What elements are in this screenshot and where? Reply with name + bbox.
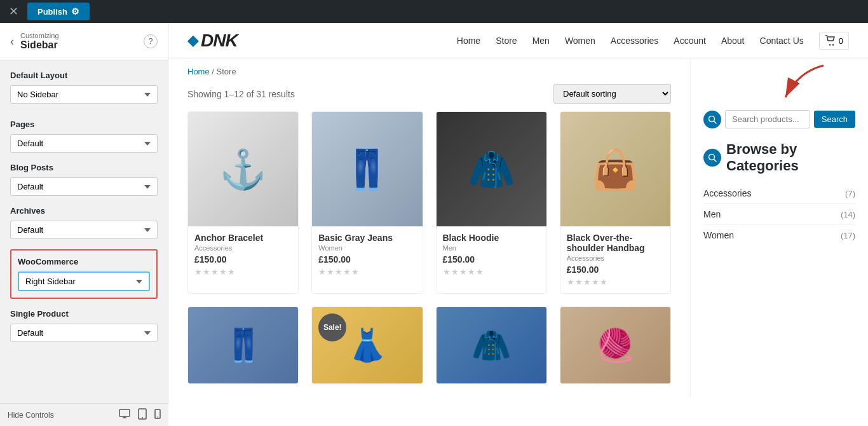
product-name-1: Anchor Bracelet bbox=[194, 233, 292, 243]
blog-posts-label: Blog Posts bbox=[10, 163, 158, 172]
product-info-anchor: Anchor Bracelet Accessories £150.00 ★★★★… bbox=[188, 226, 298, 283]
product-category-3: Men bbox=[443, 244, 540, 252]
product-image-hoodie: 🧥 bbox=[437, 112, 546, 226]
nav-about[interactable]: About bbox=[721, 36, 745, 46]
category-count-men: (14) bbox=[841, 210, 855, 219]
search-widget-icon bbox=[703, 111, 721, 128]
product-card[interactable]: ⚓ Anchor Bracelet Accessories £150.00 ★★… bbox=[187, 111, 299, 294]
customizing-label: Customizing bbox=[20, 32, 137, 39]
search-input[interactable] bbox=[725, 110, 810, 128]
store-header: Showing 1–12 of 31 results Default sorti… bbox=[168, 84, 690, 111]
product-image-anchor: ⚓ bbox=[188, 112, 298, 226]
nav-home[interactable]: Home bbox=[457, 36, 480, 46]
single-product-select[interactable]: Default No Sidebar Left Sidebar Right Si… bbox=[10, 324, 158, 342]
product-card[interactable]: 👖 bbox=[187, 306, 299, 384]
product-image-handbag: 👜 bbox=[560, 112, 670, 226]
breadcrumb-current: Store bbox=[217, 67, 236, 76]
right-sidebar: Search Browse by Categories Accessories … bbox=[690, 59, 868, 397]
content-with-sidebar: Home / Store Showing 1–12 of 31 results … bbox=[168, 59, 868, 397]
woocommerce-label: WooCommerce bbox=[18, 257, 150, 266]
nav-men[interactable]: Men bbox=[532, 36, 550, 46]
product-image-hoodie2: 🧥 bbox=[437, 307, 546, 383]
category-link-women[interactable]: Women bbox=[703, 230, 734, 240]
category-men[interactable]: Men (14) bbox=[703, 204, 855, 225]
help-button[interactable]: ? bbox=[144, 34, 158, 48]
category-count-women: (17) bbox=[841, 231, 855, 240]
default-layout-select[interactable]: No Sidebar Left Sidebar Right Sidebar bbox=[10, 85, 158, 104]
svg-line-11 bbox=[714, 121, 717, 123]
site-header: ◆ DNK Home Store Men Women Accessories A… bbox=[168, 23, 868, 59]
svg-line-13 bbox=[714, 160, 717, 162]
nav-women[interactable]: Women bbox=[565, 36, 595, 46]
product-icon-hoodie2: 🧥 bbox=[471, 327, 511, 364]
product-image-skirt: Sale! 👗 bbox=[312, 307, 422, 383]
logo-text: DNK bbox=[201, 31, 238, 51]
customizer-body: Default Layout No Sidebar Left Sidebar R… bbox=[0, 60, 168, 397]
admin-bar: ✕ Publish ⚙ bbox=[0, 0, 868, 23]
arrow-container bbox=[703, 72, 855, 110]
product-card[interactable]: 👜 Black Over-the-shoulder Handbag Access… bbox=[560, 111, 671, 294]
product-icon-jeans: 👖 bbox=[343, 147, 391, 192]
woocommerce-select[interactable]: Default No Sidebar Left Sidebar Right Si… bbox=[18, 271, 150, 291]
sale-badge: Sale! bbox=[318, 313, 346, 341]
categories-widget: Browse by Categories Accessories (7) Men… bbox=[703, 141, 855, 245]
categories-icon bbox=[703, 149, 721, 167]
nav-accessories[interactable]: Accessories bbox=[611, 36, 658, 46]
product-icon-knit: 🧶 bbox=[595, 327, 635, 364]
back-button[interactable]: ‹ bbox=[10, 35, 14, 48]
sort-select[interactable]: Default sorting Sort by popularity Sort … bbox=[553, 84, 671, 104]
main-content: ◆ DNK Home Store Men Women Accessories A… bbox=[168, 23, 868, 397]
customizer-header: ‹ Customizing Sidebar ? bbox=[0, 23, 168, 60]
product-card[interactable]: 🧶 bbox=[560, 306, 671, 384]
nav-account[interactable]: Account bbox=[674, 36, 706, 46]
category-accessories[interactable]: Accessories (7) bbox=[703, 183, 855, 204]
products-area: Home / Store Showing 1–12 of 31 results … bbox=[168, 59, 690, 397]
nav-contact[interactable]: Contact Us bbox=[760, 36, 804, 46]
product-name-3: Black Hoodie bbox=[443, 233, 540, 243]
product-card[interactable]: 🧥 Black Hoodie Men £150.00 ★★★★★ bbox=[436, 111, 547, 294]
archives-select[interactable]: Default Left Sidebar Right Sidebar bbox=[10, 221, 158, 239]
category-link-accessories[interactable]: Accessories bbox=[703, 188, 751, 198]
product-card[interactable]: 👖 Basic Gray Jeans Women £150.00 ★★★★★ bbox=[311, 111, 423, 294]
search-widget: Search bbox=[703, 110, 855, 128]
blog-posts-select[interactable]: Default Left Sidebar Right Sidebar bbox=[10, 177, 158, 196]
product-icon-handbag: 👜 bbox=[592, 147, 639, 192]
product-image-knit: 🧶 bbox=[560, 307, 670, 383]
category-women[interactable]: Women (17) bbox=[703, 225, 855, 245]
product-info-handbag: Black Over-the-shoulder Handbag Accessor… bbox=[560, 226, 670, 293]
svg-point-7 bbox=[829, 44, 831, 45]
breadcrumb-home[interactable]: Home bbox=[187, 67, 210, 76]
site-nav: Home Store Men Women Accessories Account… bbox=[457, 32, 849, 50]
pages-label: Pages bbox=[10, 120, 158, 129]
product-category-4: Accessories bbox=[567, 254, 664, 262]
cart-icon bbox=[825, 35, 836, 46]
product-card[interactable]: 🧥 bbox=[436, 306, 547, 384]
product-icon-anchor: ⚓ bbox=[219, 147, 267, 192]
breadcrumb: Home / Store bbox=[168, 59, 690, 84]
logo-icon: ◆ bbox=[187, 32, 198, 49]
nav-store[interactable]: Store bbox=[496, 36, 517, 46]
product-card[interactable]: Sale! 👗 bbox=[311, 306, 423, 384]
product-info-hoodie: Black Hoodie Men £150.00 ★★★★★ bbox=[437, 226, 546, 283]
site-logo: ◆ DNK bbox=[187, 31, 238, 51]
pages-select[interactable]: Default Left Sidebar Right Sidebar bbox=[10, 134, 158, 153]
product-grid: ⚓ Anchor Bracelet Accessories £150.00 ★★… bbox=[168, 111, 690, 397]
search-button[interactable]: Search bbox=[814, 111, 855, 128]
sidebar-title: Sidebar bbox=[20, 39, 137, 51]
product-price-2: £150.00 bbox=[318, 254, 416, 265]
product-icon-hoodie: 🧥 bbox=[468, 147, 515, 192]
product-category-1: Accessories bbox=[194, 244, 292, 252]
product-stars-2: ★★★★★ bbox=[318, 267, 416, 277]
single-product-label: Single Product bbox=[10, 309, 158, 319]
product-price-4: £150.00 bbox=[567, 265, 664, 275]
red-arrow-annotation bbox=[760, 59, 836, 110]
product-icon-jeans2: 👖 bbox=[224, 327, 263, 364]
cart-button[interactable]: 0 bbox=[819, 32, 849, 50]
category-link-men[interactable]: Men bbox=[703, 209, 721, 219]
publish-button[interactable]: Publish ⚙ bbox=[27, 3, 90, 20]
product-name-2: Basic Gray Jeans bbox=[318, 233, 416, 243]
results-text: Showing 1–12 of 31 results bbox=[187, 89, 295, 99]
product-price-3: £150.00 bbox=[443, 254, 540, 265]
admin-close-button[interactable]: ✕ bbox=[6, 2, 21, 21]
product-name-4: Black Over-the-shoulder Handbag bbox=[567, 233, 664, 253]
